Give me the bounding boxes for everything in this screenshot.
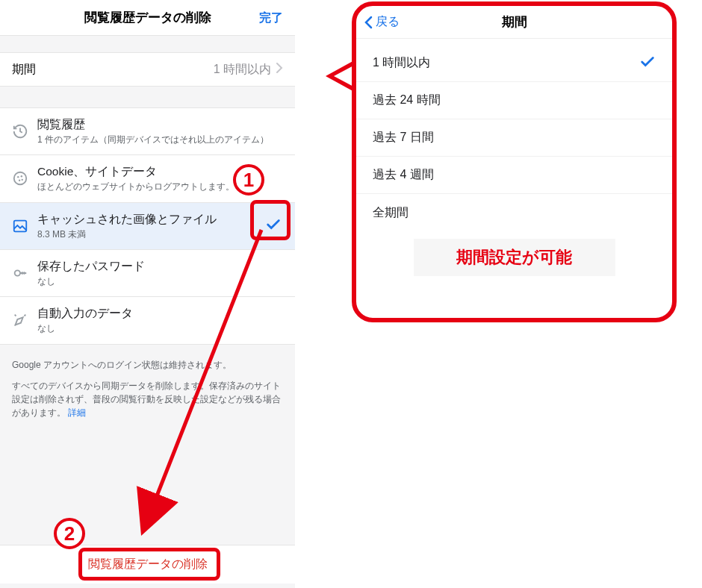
- row-autofill[interactable]: 自動入力のデータ なし: [0, 297, 295, 344]
- header: 閲覧履歴データの削除 完了: [0, 0, 295, 36]
- cookie-icon: [9, 170, 31, 187]
- row-subtitle: 8.3 MB 未満: [37, 228, 264, 240]
- history-icon: [9, 123, 31, 140]
- annotation-box-delete: [78, 548, 220, 581]
- svg-point-3: [19, 180, 20, 181]
- period-option[interactable]: 過去 4 週間: [356, 157, 672, 194]
- autofill-icon: [9, 312, 31, 328]
- period-option[interactable]: 全期間: [356, 194, 672, 231]
- row-title: 自動入力のデータ: [37, 306, 283, 321]
- row-title: 閲覧履歴: [37, 117, 283, 132]
- details-link[interactable]: 詳細: [68, 407, 86, 418]
- callout-header: 戻る 期間: [356, 6, 672, 39]
- page-title: 閲覧履歴データの削除: [84, 9, 211, 26]
- period-options: 1 時間以内 過去 24 時間 過去 7 日間 過去 4 週間 全期間: [356, 39, 672, 231]
- annotation-box-cache-check: [250, 200, 291, 240]
- row-passwords[interactable]: 保存したパスワード なし: [0, 250, 295, 297]
- svg-point-1: [17, 176, 19, 178]
- annotation-circle-2: 2: [54, 518, 85, 549]
- annotation-circle-1: 1: [233, 164, 264, 196]
- chevron-right-icon: [276, 63, 283, 76]
- row-subtitle: なし: [37, 275, 283, 287]
- done-button[interactable]: 完了: [259, 0, 283, 36]
- check-icon: [639, 54, 656, 73]
- row-subtitle: 1 件のアイテム（同期デバイスではそれ以上のアイテム）: [37, 134, 283, 146]
- footer-text-1: Google アカウントへのログイン状態は維持されます。: [0, 345, 295, 379]
- chevron-left-icon: [364, 16, 374, 29]
- period-row[interactable]: 期間 1 時間以内: [0, 52, 295, 87]
- period-label: 期間: [12, 62, 36, 78]
- row-title: 保存したパスワード: [37, 259, 283, 274]
- period-option[interactable]: 過去 24 時間: [356, 82, 672, 119]
- row-subtitle: なし: [37, 322, 283, 334]
- row-title: キャッシュされた画像とファイル: [37, 212, 264, 227]
- svg-point-0: [14, 172, 27, 185]
- svg-point-6: [15, 270, 20, 275]
- svg-point-2: [21, 176, 22, 178]
- period-option[interactable]: 1 時間以内: [356, 45, 672, 82]
- period-value: 1 時間以内: [214, 62, 271, 78]
- period-callout: 戻る 期間 1 時間以内 過去 24 時間 過去 7 日間 過去 4 週間 全期…: [352, 1, 677, 322]
- image-icon: [9, 218, 31, 234]
- callout-note: 期間設定が可能: [414, 239, 615, 276]
- footer-text-2: すべてのデバイスから同期データを削除します。保存済みのサイト設定は削除されず、普…: [0, 379, 295, 427]
- settings-panel: 閲覧履歴データの削除 完了 期間 1 時間以内 閲覧履歴 1 件のアイテム（同期…: [0, 0, 295, 588]
- key-icon: [9, 265, 31, 281]
- svg-point-4: [22, 179, 23, 181]
- period-option[interactable]: 過去 7 日間: [356, 119, 672, 157]
- callout-title: 期間: [502, 13, 527, 31]
- row-history[interactable]: 閲覧履歴 1 件のアイテム（同期デバイスではそれ以上のアイテム）: [0, 108, 295, 155]
- back-button[interactable]: 戻る: [364, 14, 400, 30]
